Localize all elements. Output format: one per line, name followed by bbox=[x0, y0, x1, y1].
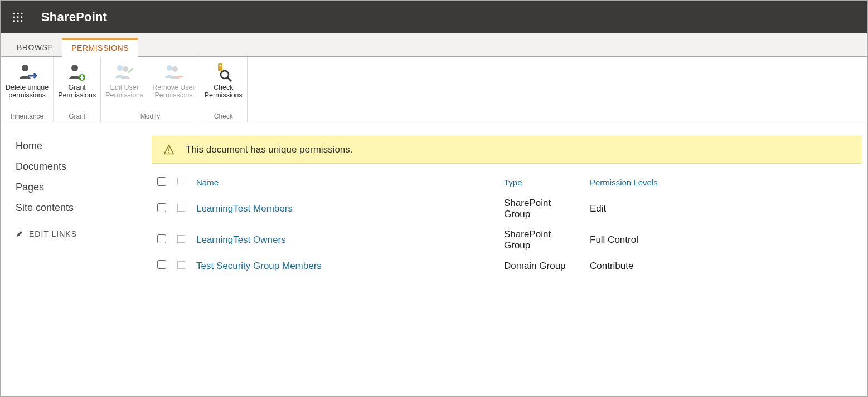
svg-point-6 bbox=[13, 20, 15, 22]
svg-point-4 bbox=[17, 16, 18, 18]
ribbon-group-title: Check bbox=[200, 111, 247, 122]
principal-link[interactable]: LearningTest Owners bbox=[196, 234, 286, 245]
warning-icon bbox=[163, 144, 174, 155]
ribbon-group-title: Modify bbox=[101, 111, 200, 122]
principal-type: SharePoint Group bbox=[498, 224, 584, 256]
nav-documents[interactable]: Documents bbox=[16, 156, 146, 177]
notice-bar: This document has unique permissions. bbox=[152, 136, 861, 164]
user-edit-icon bbox=[114, 62, 134, 82]
ribbon-group-title: Grant bbox=[54, 111, 100, 122]
permission-level: Full Control bbox=[584, 224, 833, 256]
table-row: LearningTest Owners SharePoint Group Ful… bbox=[152, 224, 833, 256]
app-launcher-button[interactable] bbox=[6, 5, 30, 30]
row-grabber-icon bbox=[177, 235, 185, 243]
user-remove-icon bbox=[164, 62, 184, 82]
svg-point-8 bbox=[21, 20, 22, 22]
svg-point-5 bbox=[21, 16, 22, 18]
svg-line-20 bbox=[227, 77, 231, 81]
row-grabber-icon bbox=[177, 204, 185, 212]
ribbon-group-grant: Grant Permissions Grant bbox=[54, 57, 101, 122]
svg-point-0 bbox=[13, 13, 15, 14]
principal-link[interactable]: LearningTest Members bbox=[196, 203, 293, 214]
table-row: Test Security Group Members Domain Group… bbox=[152, 256, 833, 276]
nav-pages[interactable]: Pages bbox=[16, 177, 146, 198]
tab-permissions[interactable]: PERMISSIONS bbox=[62, 38, 138, 57]
svg-point-22 bbox=[168, 152, 169, 153]
svg-point-14 bbox=[167, 65, 172, 71]
edit-user-permissions-button[interactable]: Edit User Permissions bbox=[101, 60, 148, 99]
delete-unique-permissions-button[interactable]: Delete unique permissions bbox=[1, 60, 53, 99]
content-area: This document has unique permissions. Na… bbox=[152, 122, 867, 282]
ribbon-group-title: Inheritance bbox=[1, 111, 53, 122]
svg-point-9 bbox=[22, 65, 28, 71]
row-checkbox[interactable] bbox=[157, 234, 166, 243]
table-row: LearningTest Members SharePoint Group Ed… bbox=[152, 193, 833, 224]
permission-level: Contribute bbox=[584, 256, 833, 276]
left-nav: Home Documents Pages Site contents EDIT … bbox=[1, 122, 152, 282]
edit-links-button[interactable]: EDIT LINKS bbox=[16, 218, 146, 238]
pencil-icon bbox=[16, 230, 23, 238]
user-plus-icon bbox=[67, 62, 87, 82]
ribbon-label: Edit User Permissions bbox=[105, 84, 143, 99]
permissions-table: Name Type Permission Levels LearningTest… bbox=[152, 173, 833, 276]
key-search-icon bbox=[214, 62, 234, 82]
brand-title[interactable]: SharePoint bbox=[41, 10, 107, 24]
svg-point-1 bbox=[17, 13, 18, 14]
col-header-level[interactable]: Permission Levels bbox=[584, 173, 833, 193]
ribbon-label: Grant Permissions bbox=[58, 84, 96, 99]
ribbon-label: Check Permissions bbox=[205, 84, 243, 99]
ribbon-group-modify: Edit User Permissions Remove User Permis… bbox=[101, 57, 200, 122]
grant-permissions-button[interactable]: Grant Permissions bbox=[54, 60, 100, 99]
principal-link[interactable]: Test Security Group Members bbox=[196, 261, 322, 271]
remove-user-permissions-button[interactable]: Remove User Permissions bbox=[148, 60, 199, 99]
tab-row: BROWSE PERMISSIONS bbox=[1, 33, 867, 57]
row-grabber-icon bbox=[177, 261, 185, 269]
edit-links-label: EDIT LINKS bbox=[29, 229, 77, 238]
svg-point-13 bbox=[123, 66, 128, 72]
svg-point-3 bbox=[13, 16, 15, 18]
svg-point-10 bbox=[71, 65, 78, 71]
svg-point-2 bbox=[21, 13, 22, 14]
permission-level: Edit bbox=[584, 193, 833, 224]
nav-home[interactable]: Home bbox=[16, 136, 146, 156]
principal-type: Domain Group bbox=[498, 256, 584, 276]
ribbon-label: Delete unique permissions bbox=[6, 84, 49, 99]
svg-point-15 bbox=[172, 66, 178, 72]
ribbon: Delete unique permissions Inheritance Gr… bbox=[1, 57, 867, 122]
svg-point-12 bbox=[117, 65, 123, 71]
col-header-type[interactable]: Type bbox=[498, 173, 584, 193]
svg-rect-16 bbox=[177, 76, 183, 77]
ribbon-label: Remove User Permissions bbox=[152, 84, 195, 99]
user-break-icon bbox=[17, 62, 37, 82]
check-permissions-button[interactable]: Check Permissions bbox=[200, 60, 247, 99]
row-checkbox[interactable] bbox=[157, 203, 166, 212]
ribbon-group-inheritance: Delete unique permissions Inheritance bbox=[1, 57, 54, 122]
suite-bar: SharePoint bbox=[1, 1, 867, 33]
waffle-icon bbox=[12, 12, 23, 23]
select-all-checkbox[interactable] bbox=[157, 177, 166, 186]
svg-point-7 bbox=[17, 20, 18, 22]
principal-type: SharePoint Group bbox=[498, 193, 584, 224]
col-header-name[interactable]: Name bbox=[191, 173, 498, 193]
row-checkbox[interactable] bbox=[157, 260, 166, 269]
header-grabber-icon bbox=[177, 178, 185, 185]
svg-rect-17 bbox=[218, 63, 222, 71]
svg-point-19 bbox=[221, 71, 229, 79]
ribbon-group-check: Check Permissions Check bbox=[200, 57, 248, 122]
nav-site-contents[interactable]: Site contents bbox=[16, 198, 146, 218]
svg-point-18 bbox=[219, 65, 221, 67]
tab-browse[interactable]: BROWSE bbox=[8, 37, 62, 56]
notice-text: This document has unique permissions. bbox=[186, 144, 353, 155]
